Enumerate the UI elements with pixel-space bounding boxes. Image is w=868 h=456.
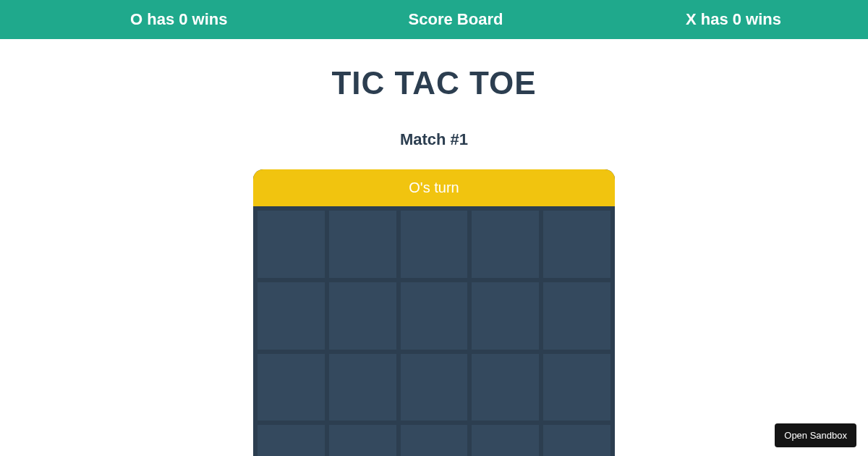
match-number: Match #1 [400,130,468,149]
grid [253,206,615,456]
main-content: TIC TAC TOE Match #1 O's turn [0,39,868,456]
cell-0-0[interactable] [258,211,325,278]
scoreboard: O has 0 wins Score Board X has 0 wins [0,0,868,39]
cell-2-0[interactable] [258,354,325,421]
cell-0-3[interactable] [472,211,539,278]
cell-1-3[interactable] [472,282,539,350]
cell-3-0[interactable] [258,425,325,456]
game-title: TIC TAC TOE [331,65,536,101]
cell-3-2[interactable] [401,425,468,456]
cell-2-4[interactable] [543,354,610,421]
cell-3-4[interactable] [543,425,610,456]
cell-0-1[interactable] [329,211,396,278]
o-wins-count: O has 0 wins [29,10,347,29]
cell-2-2[interactable] [401,354,468,421]
cell-2-1[interactable] [329,354,396,421]
cell-2-3[interactable] [472,354,539,421]
game-board: O's turn [253,169,615,456]
turn-indicator: O's turn [253,169,615,206]
open-sandbox-button[interactable]: Open Sandbox [775,423,856,447]
cell-0-2[interactable] [401,211,468,278]
cell-3-3[interactable] [472,425,539,456]
x-wins-count: X has 0 wins [564,10,839,29]
cell-3-1[interactable] [329,425,396,456]
cell-1-1[interactable] [329,282,396,350]
cell-1-4[interactable] [543,282,610,350]
cell-0-4[interactable] [543,211,610,278]
scoreboard-title: Score Board [347,10,564,29]
cell-1-2[interactable] [401,282,468,350]
cell-1-0[interactable] [258,282,325,350]
